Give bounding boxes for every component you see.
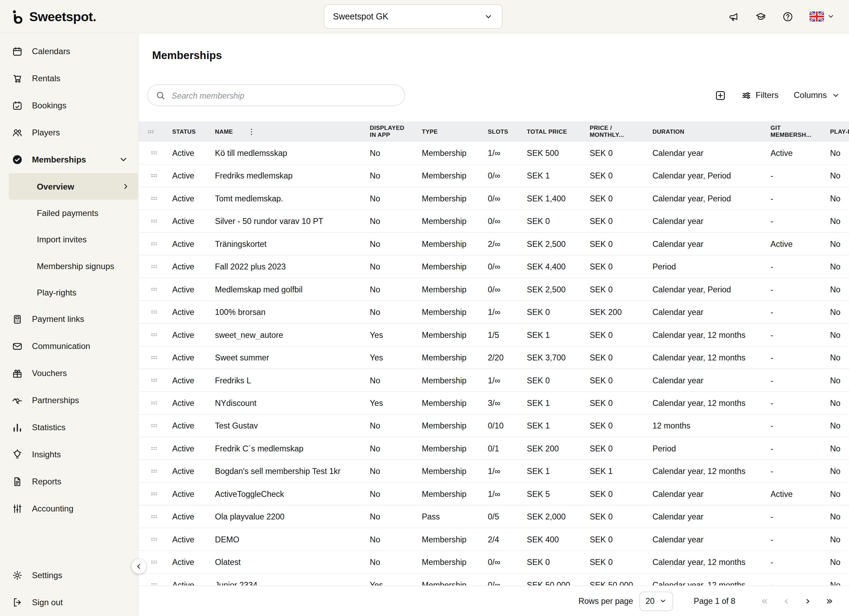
sidebar-item-payment-links[interactable]: Payment links (0, 306, 138, 333)
last-page-button[interactable]: » (819, 595, 840, 607)
header-drag-handle[interactable] (139, 127, 162, 136)
column-header-slots[interactable]: SLOTS (478, 128, 517, 135)
table-row[interactable]: ActiveActiveToggleCheckNoMembership1/∞SE… (139, 483, 849, 505)
column-header-name[interactable]: NAME (205, 127, 360, 136)
sidebar-item-insights[interactable]: Insights (0, 441, 138, 468)
table-row[interactable]: ActiveBogdan's sell membership Test 1krN… (139, 460, 849, 483)
row-drag-handle[interactable] (139, 171, 162, 180)
club-selector[interactable]: Sweetspot GK (324, 4, 502, 28)
table-row[interactable]: ActiveSweet summerYesMembership2/20SEK 3… (139, 347, 849, 369)
table-row[interactable]: ActiveTomt medlemskap.NoMembership0/∞SEK… (139, 187, 849, 210)
row-drag-handle[interactable] (139, 216, 162, 225)
table-row[interactable]: ActiveTräningskortetNoMembership2/∞SEK 2… (139, 233, 849, 255)
academy-button[interactable] (755, 11, 766, 22)
row-drag-handle[interactable] (139, 512, 162, 521)
megaphone-icon (728, 11, 739, 22)
cell-price-monthly: SEK 0 (580, 285, 643, 294)
sidebar-item-accounting[interactable]: Accounting (0, 495, 138, 522)
sidebar-item-memberships[interactable]: Memberships (0, 146, 138, 173)
table-row[interactable]: ActiveKö till medlemsskapNoMembership1/∞… (139, 142, 849, 164)
add-membership-button[interactable] (715, 89, 726, 101)
cell-displayed-in-app: No (360, 307, 413, 316)
column-header-type[interactable]: TYPE (412, 128, 478, 135)
table-row[interactable]: ActiveFredrik C´s medlemskapNoMembership… (139, 437, 849, 460)
columns-button[interactable]: Columns (794, 90, 840, 100)
table-row[interactable]: ActiveSilver - 50 rundor varav 10 PTNoMe… (139, 210, 849, 233)
row-drag-handle[interactable] (139, 239, 162, 248)
row-drag-handle[interactable] (139, 148, 162, 157)
sidebar-item-settings[interactable]: Settings (0, 562, 138, 589)
table-row[interactable]: ActiveNYdiscountYesMembership3/∞SEK 1SEK… (139, 392, 849, 414)
row-drag-handle[interactable] (139, 330, 162, 339)
help-button[interactable] (782, 11, 793, 22)
column-header-displayed-in-app[interactable]: DISPLAYED IN APP (360, 124, 413, 138)
cell-play-right: No (820, 512, 849, 521)
row-drag-handle[interactable] (139, 535, 162, 544)
table-row[interactable]: ActiveFall 2022 plus 2023NoMembership0/∞… (139, 256, 849, 278)
table-row[interactable]: ActiveOla playvalue 2200NoPass0/5SEK 2,0… (139, 506, 849, 528)
column-header-status[interactable]: STATUS (162, 128, 205, 135)
column-menu-icon[interactable] (247, 127, 256, 136)
table-row[interactable]: Active100% brorsanNoMembership1/∞SEK 0SE… (139, 301, 849, 324)
table-row[interactable]: ActiveJunior 2334.YesMembership0/∞SEK 50… (139, 574, 849, 585)
search-input[interactable] (171, 90, 397, 101)
cell-price-monthly: SEK 0 (580, 444, 643, 453)
row-drag-handle[interactable] (139, 285, 162, 294)
column-header-price-monthly[interactable]: PRICE / MONTHLY... (580, 124, 643, 138)
row-drag-handle[interactable] (139, 398, 162, 407)
sidebar-item-players[interactable]: Players (0, 119, 138, 146)
table-row[interactable]: Activesweet_new_autoreYesMembership1/5SE… (139, 324, 849, 346)
row-drag-handle[interactable] (139, 307, 162, 316)
row-drag-handle[interactable] (139, 194, 162, 203)
sidebar-item-label: Sign out (32, 598, 63, 607)
cell-status: Active (162, 580, 205, 586)
cell-status: Active (162, 353, 205, 362)
row-drag-handle[interactable] (139, 353, 162, 362)
cell-displayed-in-app: Yes (360, 398, 413, 407)
table-row[interactable]: ActiveDEMONoMembership2/4SEK 400SEK 0Cal… (139, 528, 849, 551)
row-drag-handle[interactable] (139, 421, 162, 430)
sidebar-subitem-play-rights[interactable]: Play-rights (0, 279, 138, 306)
column-header-duration[interactable]: DURATION (643, 128, 761, 135)
sidebar-item-bookings[interactable]: Bookings (0, 92, 138, 119)
sidebar-subitem-import-invites[interactable]: Import invites (0, 226, 138, 253)
column-header-play-right[interactable]: PLAY-RIGHT (820, 128, 849, 135)
sidebar-item-rentals[interactable]: Rentals (0, 65, 138, 92)
row-drag-handle[interactable] (139, 580, 162, 586)
sidebar-item-reports[interactable]: Reports (0, 468, 138, 495)
row-drag-handle[interactable] (139, 262, 162, 271)
next-page-button[interactable]: › (797, 595, 818, 607)
sidebar-item-communication[interactable]: Communication (0, 333, 138, 360)
cell-total-price: SEK 1 (517, 467, 580, 476)
column-header-git-membersh[interactable]: GIT MEMBERSH... (761, 124, 820, 138)
column-header-total-price[interactable]: TOTAL PRICE (517, 128, 580, 135)
table-row[interactable]: ActiveFredriks LNoMembership1/∞SEK 0SEK … (139, 369, 849, 392)
sidebar-item-partnerships[interactable]: Partnerships (0, 387, 138, 414)
table-row[interactable]: ActiveMedlemskap med golfbilNoMembership… (139, 278, 849, 301)
cell-duration: Calendar year, 12 months (643, 557, 761, 566)
sidebar-item-statistics[interactable]: Statistics (0, 414, 138, 441)
sidebar-subitem-membership-signups[interactable]: Membership signups (0, 253, 138, 279)
table-row[interactable]: ActiveFredriks medlemskapNoMembership0/∞… (139, 165, 849, 187)
first-page-button[interactable]: « (754, 595, 775, 607)
row-drag-handle[interactable] (139, 376, 162, 385)
sidebar-subitem-overview[interactable]: Overview (9, 173, 138, 200)
sidebar-item-sign-out[interactable]: Sign out (0, 589, 138, 616)
filters-button[interactable]: Filters (741, 90, 779, 101)
row-drag-handle[interactable] (139, 467, 162, 476)
cell-type: Pass (412, 512, 478, 521)
cell-type: Membership (412, 489, 478, 498)
announcements-button[interactable] (728, 11, 739, 22)
table-row[interactable]: ActiveOlatestNoMembership0/∞SEK 0SEK 0Ca… (139, 551, 849, 574)
previous-page-button[interactable]: ‹ (775, 595, 797, 607)
table-row[interactable]: ActiveTest GustavNoMembership0/10SEK 1SE… (139, 415, 849, 437)
row-drag-handle[interactable] (139, 489, 162, 498)
brand-logo[interactable]: Sweetspot. (12, 9, 96, 24)
sidebar-subitem-failed-payments[interactable]: Failed payments (0, 200, 138, 226)
rows-per-page-select[interactable]: 20 (639, 591, 673, 611)
row-drag-handle[interactable] (139, 444, 162, 453)
sidebar-collapse-button[interactable] (132, 559, 146, 574)
sidebar-item-calendars[interactable]: Calendars (0, 38, 138, 65)
sidebar-item-vouchers[interactable]: Vouchers (0, 360, 138, 387)
language-button[interactable] (809, 12, 835, 22)
